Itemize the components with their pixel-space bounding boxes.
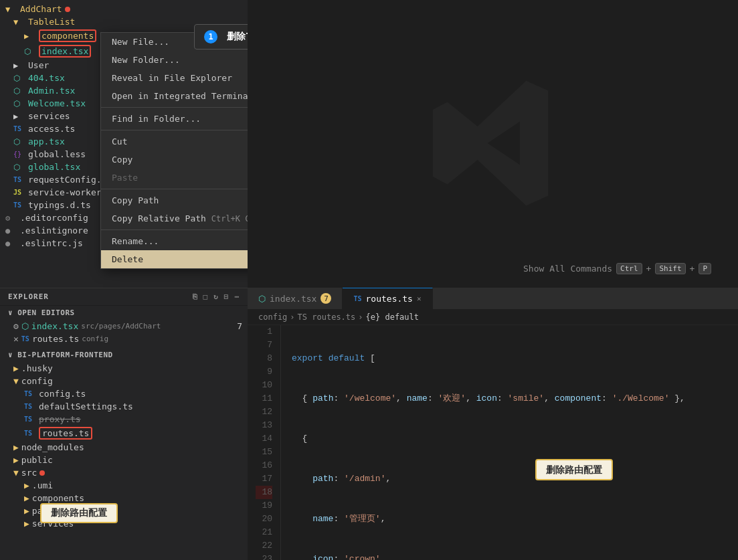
tree-item-src[interactable]: ▼ src [0,466,248,479]
code-editor: 1 7 8 9 10 11 12 13 14 15 16 17 18 19 20… [248,325,738,560]
project-name: BI-PLATFORM-FRONTEND [17,351,112,359]
ctx-label: Copy Path [112,195,159,205]
ctx-paste[interactable]: Paste Ctrl+V [101,169,248,187]
tree-item-label: components [32,493,84,503]
tab-routes-ts[interactable]: TS routes.ts ✕ [343,288,432,309]
open-editors-section[interactable]: ∨ OPEN EDITORS [0,306,248,320]
ctx-shortcut: Ctrl+K Ctrl+Shift+C [211,214,248,223]
line-numbers: 1 7 8 9 10 11 12 13 14 15 16 17 18 19 20… [248,325,281,560]
tab-ts-icon: TS [353,295,361,302]
open-editor-index[interactable]: ⚙ ⬡ index.tsx src/pages/AddChart 7 [0,320,248,333]
refresh-icon[interactable]: ↻ [213,292,219,301]
folder-icon: ▶ [13,363,19,373]
tree-item-label: routes.ts [39,427,92,440]
sidebar-bottom: EXPLORER ⎘ □ ↻ ⊟ ⋯ ∨ OPEN EDITORS [0,288,248,560]
ctx-rename[interactable]: Rename... F2 [101,232,248,250]
ln-8: 8 [256,352,272,365]
ln-13: 13 [256,419,272,432]
breadcrumb-sep1: › [290,312,294,322]
breadcrumb-config: config [258,312,287,322]
tree-item-routes[interactable]: TS routes.ts [0,426,248,441]
ts-icon: TS [24,390,36,397]
editor-tabs: ⬡ index.tsx 7 TS routes.ts ✕ [248,288,738,310]
tree-item-label: .umi [32,480,53,490]
ctx-label: Find in Folder... [112,114,201,124]
ln-7: 7 [256,339,272,352]
ctx-label: Reveal in File Explorer [112,73,232,83]
ctx-open-terminal[interactable]: Open in Integrated Terminal [101,87,248,105]
breadcrumb: config › TS routes.ts › {e} default [248,310,738,325]
tree-item-node-modules[interactable]: ▶ node_modules [0,441,248,454]
tree-item-husky[interactable]: ▶ .husky [0,362,248,375]
close-icon[interactable]: ✕ [13,334,19,344]
folder-icon: ▶ [24,493,29,503]
code-line-7: { path: '/welcome', name: '欢迎', icon: 's… [292,392,727,405]
kbd-plus2: + [690,264,695,274]
ln-10: 10 [256,379,272,392]
tree-item-label: .husky [21,363,53,373]
folder-open-icon: ▼ [13,468,19,478]
ln-22: 22 [256,539,272,553]
ctx-find-folder[interactable]: Find in Folder... Shift+Alt+F [101,110,248,128]
tree-item-public[interactable]: ▶ public [0,454,248,466]
folder-icon: ▶ [13,455,19,465]
new-folder-icon[interactable]: □ [203,292,209,301]
ctx-copy-rel-path[interactable]: Copy Relative Path Ctrl+K Ctrl+Shift+C [101,209,248,227]
tree-item-components-src[interactable]: ▶ components [0,492,248,504]
ln-21: 21 [256,526,272,539]
gear-icon: ⚙ [13,321,19,331]
ln-12: 12 [256,405,272,419]
ctx-copy[interactable]: Copy Ctrl+C [101,151,248,169]
ctx-label: Open in Integrated Terminal [112,91,248,101]
open-editor-routes[interactable]: ✕ TS routes.ts config [0,333,248,345]
context-menu-overlay: New File... New Folder... Reveal in File… [0,0,248,288]
tooltip2-text: 删除路由配置 [51,507,107,518]
tab-index-tsx[interactable]: ⬡ index.tsx 7 [248,288,343,309]
ctx-sep2 [101,130,248,130]
ln-23: 23 [256,553,272,560]
tab-tsx-icon: ⬡ [258,294,266,304]
kbd-shift: Shift [655,263,685,274]
collapse-icon[interactable]: ⊟ [224,292,229,301]
open-editor-path: config [82,335,108,343]
tooltip-number: 1 [204,30,217,43]
app: ▼ AddChart ▼ TableList ▶ components [0,0,738,560]
ctx-reveal[interactable]: Reveal in File Explorer Shift+Alt+R [101,69,248,87]
tooltip-delete-folder: 1 删除TableList文件夹 [194,24,248,50]
section-label-text: OPEN EDITORS [17,308,74,317]
ctx-delete[interactable]: Delete Delete [101,250,248,268]
folder-icon: ▶ [24,506,29,516]
editor-watermark-area [248,0,738,288]
editor-top-dark: Show All Commands Ctrl + Shift + P [248,0,738,288]
ctx-new-folder[interactable]: New Folder... [101,51,248,69]
ctx-label: Paste [112,173,138,183]
ctx-label: New File... [112,37,169,47]
tree-item-services-src[interactable]: ▶ services [0,517,248,530]
project-section[interactable]: ∨ BI-PLATFORM-FRONTEND [0,348,248,362]
tree-item-config-ts[interactable]: TS config.ts [0,387,248,400]
code-content: export default [ { path: '/welcome', nam… [281,325,738,560]
tab-label: routes.ts [366,294,413,304]
tree-item-label: proxy.ts [39,414,81,424]
code-line-1: export default [ [292,352,727,365]
tree-item-umi[interactable]: ▶ .umi [0,479,248,492]
new-file-icon[interactable]: ⎘ [193,292,198,301]
more-icon[interactable]: ⋯ [234,292,240,301]
tooltip-text: 删除TableList文件夹 [227,31,248,41]
tab-close-icon[interactable]: ✕ [417,294,422,303]
ts-icon: TS [24,430,36,437]
ln-19: 19 [256,499,272,512]
tree-item-proxy[interactable]: TS proxy.ts [0,413,248,426]
ctx-cut[interactable]: Cut Ctrl+X [101,132,248,151]
tree-item-default-settings[interactable]: TS defaultSettings.ts [0,400,248,413]
tree-item-pages[interactable]: ▶ pages [0,504,248,517]
ctx-sep3 [101,189,248,189]
ln-11: 11 [256,392,272,405]
ctx-copy-path[interactable]: Copy Path Shift+Alt+C [101,191,248,209]
explorer-icons: ⎘ □ ↻ ⊟ ⋯ [193,292,240,301]
tree-item-config[interactable]: ▼ config [0,375,248,387]
main-area: ▼ AddChart ▼ TableList ▶ components [0,0,738,560]
ts-icon: TS [24,403,36,410]
tree-item-label: public [21,455,53,465]
breadcrumb-default: {e} default [366,312,419,322]
